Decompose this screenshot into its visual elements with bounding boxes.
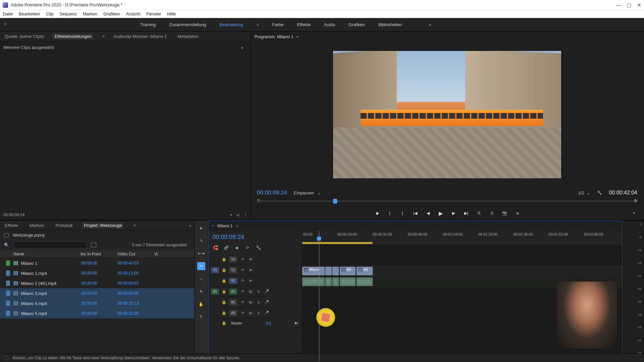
timeline-ruler[interactable]: :00:0000:00:16:0000:00:32:0000:00:48:000… xyxy=(302,231,622,244)
export-frame-button[interactable]: 📷 xyxy=(501,210,508,217)
tab-effekte[interactable]: Effekte xyxy=(3,222,20,229)
expand-arrow-icon[interactable]: ▸ xyxy=(241,45,244,50)
go-to-out-button[interactable]: ▶| xyxy=(463,210,470,217)
step-back-button[interactable]: ◀ xyxy=(425,210,431,217)
comparison-view-button[interactable]: ⇲ xyxy=(514,210,521,217)
sync-lock-icon[interactable]: ⟳ xyxy=(240,289,245,294)
type-tool[interactable]: T xyxy=(197,313,205,321)
item-inpoint[interactable]: :00:00:00 xyxy=(80,281,117,286)
audio-clip[interactable] xyxy=(340,278,356,286)
playhead[interactable] xyxy=(319,231,319,362)
source-patch[interactable]: V1 xyxy=(211,267,219,273)
menu-ansicht[interactable]: Ansicht xyxy=(126,11,140,16)
track-target[interactable]: A3 xyxy=(229,310,237,316)
source-patch[interactable] xyxy=(211,299,219,305)
lock-icon[interactable]: 🔒 xyxy=(222,289,226,294)
audio-clip[interactable] xyxy=(332,278,339,286)
filter-icon[interactable]: ▾ xyxy=(230,213,232,217)
item-inpoint[interactable]: :00:00:00 xyxy=(80,301,117,306)
workspace-zusammenstellung[interactable]: Zusammenstellung xyxy=(169,21,206,28)
solo-button[interactable]: S xyxy=(256,289,261,294)
fit-dropdown[interactable]: Einpassen ⌄ xyxy=(294,190,321,195)
timeline-panel-menu-icon[interactable]: ≡ xyxy=(236,224,238,228)
menu-fenster[interactable]: Fenster xyxy=(146,11,161,16)
track-target[interactable]: V2 xyxy=(229,267,237,273)
label-swatch[interactable] xyxy=(6,311,10,316)
tab-effekteinstellungen[interactable]: Effekteinstellungen xyxy=(53,33,94,40)
project-search-input[interactable] xyxy=(13,241,87,249)
lock-icon[interactable]: 🔒 xyxy=(222,268,226,272)
timeline-timecode[interactable]: 00:00:09:24 xyxy=(208,231,302,243)
item-inpoint[interactable]: :00:00;00 xyxy=(80,291,117,296)
item-videoout[interactable]: 00:00:04:05 xyxy=(117,291,154,296)
tab-metadaten[interactable]: Metadaten xyxy=(175,33,200,40)
project-item[interactable]: Milano 5.mp4:00:00:0000:00:10:00 xyxy=(0,308,194,318)
hand-tool[interactable]: ✋ xyxy=(197,300,205,308)
voiceover-button[interactable]: 🎤 xyxy=(264,311,269,315)
tab-quelle[interactable]: Quelle: (keine Clips) xyxy=(3,33,46,40)
label-swatch[interactable] xyxy=(6,270,10,276)
button-editor-plus[interactable]: + xyxy=(631,210,637,217)
source-patch[interactable] xyxy=(211,310,219,316)
program-monitor[interactable] xyxy=(333,51,561,178)
label-swatch[interactable] xyxy=(6,260,10,266)
track-v1[interactable]: ▭ Milano▭ Mil▭ Mil xyxy=(302,266,622,277)
project-item[interactable]: Milano 4.mp4:00:00:0000:00:10:13 xyxy=(0,298,194,308)
audio-clip[interactable] xyxy=(325,278,332,286)
project-item[interactable]: Milano 1:00:00:0000:00:42:03 xyxy=(0,258,194,268)
linked-selection-icon[interactable]: 🔗 xyxy=(223,245,229,251)
play-button[interactable]: ▶ xyxy=(437,210,444,217)
project-item[interactable]: Milano 1.mp4:00:00:0000:00:13:08 xyxy=(0,268,194,278)
sync-lock-icon[interactable]: ⟳ xyxy=(240,257,245,262)
settings-wrench-icon[interactable]: 🔧 xyxy=(597,190,602,195)
timeline-wrench-icon[interactable]: 🔧 xyxy=(255,245,261,251)
razor-tool[interactable]: ✂ xyxy=(197,262,205,270)
program-scrubber[interactable] xyxy=(257,198,637,206)
goto-end-icon[interactable]: ▶| xyxy=(294,321,299,325)
snap-icon[interactable]: 🧲 xyxy=(212,245,218,251)
workspace-bibliotheken[interactable]: Bibliotheken xyxy=(378,21,402,28)
label-swatch[interactable] xyxy=(6,291,10,296)
video-clip[interactable]: ▭ Mil xyxy=(357,267,373,275)
mute-button[interactable]: M xyxy=(248,289,253,294)
lock-icon[interactable]: 🔒 xyxy=(222,257,226,261)
source-patch[interactable]: A1 xyxy=(211,289,219,295)
menu-bearbeiten[interactable]: Bearbeiten xyxy=(19,11,40,16)
track-target[interactable]: V1 xyxy=(229,278,237,284)
sync-lock-icon[interactable]: ⟳ xyxy=(240,300,245,305)
project-item[interactable]: Milano 2 (4K).mp4:00:00:0000:00:04:03 xyxy=(0,278,194,288)
lock-icon[interactable]: 🔒 xyxy=(222,300,226,304)
menu-sequenz[interactable]: Sequenz xyxy=(60,11,77,16)
col-name[interactable]: Name xyxy=(13,252,80,256)
source-timecode[interactable]: 00:00:09:24 xyxy=(3,213,24,217)
track-target[interactable]: A1 xyxy=(229,289,237,295)
sync-lock-icon[interactable]: ⟳ xyxy=(240,268,245,273)
tab-projekt[interactable]: Projekt: Werkzeuge xyxy=(82,222,124,229)
solo-button[interactable]: S xyxy=(256,300,261,305)
pen-tool[interactable]: ✎ xyxy=(197,288,205,296)
item-videoout[interactable]: 00:00:42:03 xyxy=(117,261,154,265)
mute-button[interactable]: M xyxy=(248,300,253,305)
source-patch[interactable] xyxy=(211,278,219,284)
workspace-menu-icon[interactable]: ≡ xyxy=(256,22,259,27)
voiceover-button[interactable]: 🎤 xyxy=(264,289,269,294)
lift-button[interactable]: ⎘ xyxy=(476,210,482,217)
lock-icon[interactable]: 🔒 xyxy=(222,279,226,283)
solo-button[interactable]: S xyxy=(256,311,261,315)
item-videoout[interactable]: 00:00:10:13 xyxy=(117,301,154,306)
sync-lock-icon[interactable]: ⟳ xyxy=(240,279,245,283)
menu-datei[interactable]: Datei xyxy=(3,11,13,16)
track-v2[interactable] xyxy=(302,255,622,266)
col-videoout[interactable]: Video Out xyxy=(117,252,154,256)
slip-tool[interactable]: ↔ xyxy=(197,275,205,283)
track-select-tool[interactable]: ⤡ xyxy=(197,237,205,245)
track-v3[interactable] xyxy=(302,244,622,255)
col-inpoint[interactable]: Ieo In-Point xyxy=(80,252,117,256)
col-vi[interactable]: Vi xyxy=(154,252,168,256)
label-swatch[interactable] xyxy=(6,281,10,286)
tab-protokoll[interactable]: Protokoll xyxy=(54,222,75,229)
workspace-training[interactable]: Training xyxy=(140,21,156,28)
selection-tool[interactable]: ▸ xyxy=(197,224,205,232)
workspace-grafiken[interactable]: Grafiken xyxy=(348,21,365,28)
track-target[interactable]: V3 xyxy=(229,256,237,262)
